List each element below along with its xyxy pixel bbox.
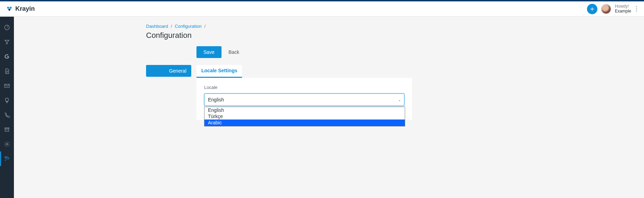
tab-locale-settings[interactable]: Locale Settings xyxy=(196,65,242,78)
google-icon xyxy=(4,53,10,60)
svg-rect-3 xyxy=(5,129,9,132)
brand-mark-icon xyxy=(6,5,13,13)
bulb-icon xyxy=(4,97,10,104)
sidebar-item-mail[interactable] xyxy=(0,79,14,93)
add-button[interactable] xyxy=(587,4,597,14)
breadcrumb-dashboard[interactable]: Dashboard xyxy=(146,24,168,29)
left-tabs: General xyxy=(146,65,191,77)
breadcrumb-configuration[interactable]: Configuration xyxy=(175,24,201,29)
mail-icon xyxy=(4,83,10,89)
sidebar-item-settings[interactable] xyxy=(0,137,14,151)
document-icon xyxy=(4,68,10,74)
avatar[interactable] xyxy=(601,4,611,14)
brand-name: Krayin xyxy=(15,5,35,13)
locale-select[interactable]: English ⌄ English Türkçe Arabic xyxy=(204,93,404,106)
sidebar-item-products[interactable] xyxy=(0,122,14,137)
locale-selected-value: English xyxy=(208,97,224,102)
sidebar-item-dashboard[interactable] xyxy=(0,20,14,35)
locale-option-english[interactable]: English xyxy=(204,107,405,113)
save-button[interactable]: Save xyxy=(196,46,222,58)
sidebar-item-activities[interactable] xyxy=(0,93,14,108)
breadcrumb-sep-trailing: / xyxy=(204,24,206,29)
config-panel: Locale Settings Locale English ⌄ English… xyxy=(196,65,412,120)
user-block[interactable]: Howdy! Example xyxy=(615,4,631,13)
gear-icon xyxy=(4,141,10,147)
archive-icon xyxy=(4,126,10,133)
app-header: Krayin Howdy! Example xyxy=(0,1,644,17)
plus-icon xyxy=(589,6,595,12)
tab-strip: Locale Settings xyxy=(196,65,412,78)
header-right: Howdy! Example xyxy=(587,4,638,14)
sidebar-item-leads[interactable] xyxy=(0,35,14,49)
locale-option-arabic[interactable]: Arabic xyxy=(204,119,405,126)
phone-icon xyxy=(4,112,10,118)
sidebar-item-quotes[interactable] xyxy=(0,64,14,79)
sidebar-item-configuration[interactable] xyxy=(0,151,14,166)
breadcrumb: Dashboard / Configuration / xyxy=(146,24,563,29)
more-menu-button[interactable] xyxy=(635,5,638,13)
breadcrumb-sep: / xyxy=(171,24,172,29)
back-button[interactable]: Back xyxy=(228,49,239,55)
sidebar xyxy=(0,17,14,198)
tools-icon xyxy=(4,156,10,162)
svg-point-4 xyxy=(6,143,8,145)
page-title: Configuration xyxy=(146,31,563,40)
greeting-text: Howdy! xyxy=(615,4,631,9)
locale-option-turkce[interactable]: Türkçe xyxy=(204,113,405,119)
dashboard-icon xyxy=(4,24,10,31)
username-text: Example xyxy=(615,9,631,14)
sidebar-item-contacts[interactable] xyxy=(0,108,14,122)
sidebar-item-google[interactable] xyxy=(0,49,14,64)
locale-select-input[interactable]: English xyxy=(204,93,404,106)
main-content: Dashboard / Configuration / Configuratio… xyxy=(14,17,644,198)
funnel-icon xyxy=(4,39,10,45)
panel-body: Locale English ⌄ English Türkçe Arabic xyxy=(196,78,412,120)
locale-field-label: Locale xyxy=(204,85,404,90)
actions-row: Save Back xyxy=(196,46,563,58)
left-tab-general[interactable]: General xyxy=(146,65,191,77)
brand-logo[interactable]: Krayin xyxy=(6,5,35,13)
locale-dropdown: English Türkçe Arabic xyxy=(204,107,405,126)
